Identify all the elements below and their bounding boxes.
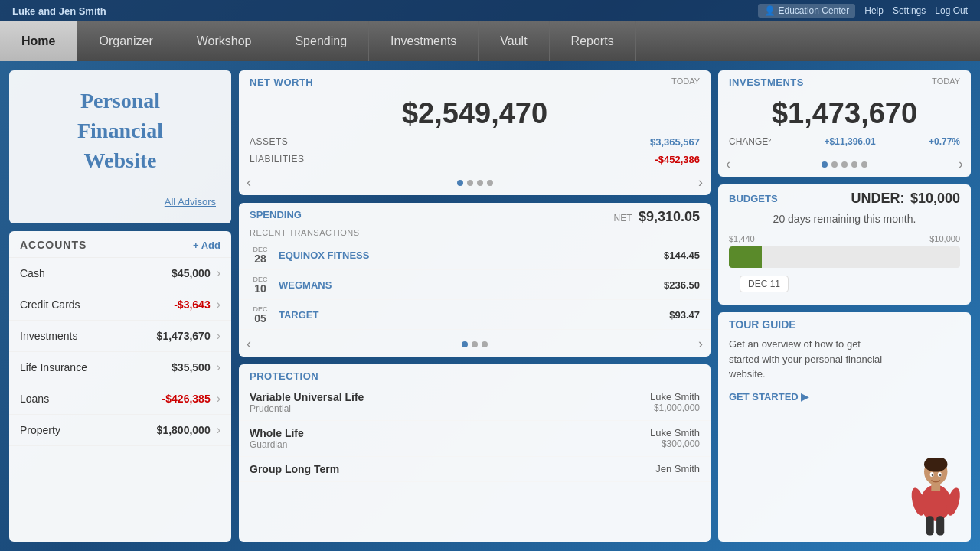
budget-date-badge: DEC 11 [740, 276, 789, 292]
education-center-button[interactable]: 👤 Education Center [758, 4, 856, 18]
account-row-cash[interactable]: Cash $45,000 › [9, 258, 231, 289]
inv-dot[interactable] [861, 161, 867, 168]
nav-reports[interactable]: Reports [550, 21, 636, 61]
carousel-dot[interactable] [477, 180, 483, 186]
tour-guide-figure [894, 458, 971, 542]
carousel-dot[interactable] [467, 180, 473, 186]
carousel-dot[interactable] [487, 180, 493, 186]
logo-line2: Financial [77, 116, 163, 145]
budget-fill [729, 246, 762, 268]
investments-card: INVESTMENTS TODAY $1,473,670 CHANGE² +$1… [718, 70, 971, 177]
spending-carousel: ‹ › [239, 330, 710, 357]
carousel-dot[interactable] [457, 180, 463, 186]
carousel-next-button[interactable]: › [698, 174, 703, 191]
account-row-investments[interactable]: Investments $1,473,670 › [9, 321, 231, 352]
protection-row[interactable]: Group Long Term Jen Smith [239, 457, 710, 482]
budget-track [729, 246, 960, 268]
logo-line1: Personal [77, 86, 163, 116]
logo-card: Personal Financial Website All Advisors [9, 70, 231, 223]
account-row-loans[interactable]: Loans -$426,385 › [9, 383, 231, 415]
accounts-title: ACCOUNTS [20, 239, 87, 251]
spending-carousel-next[interactable]: › [698, 336, 703, 352]
spending-dots [462, 341, 488, 347]
middle-column: NET WORTH TODAY $2,549,470 ASSETS $3,365… [239, 70, 710, 542]
spending-carousel-prev[interactable]: ‹ [247, 336, 251, 352]
protection-card: PROTECTION Variable Universal Life Prude… [239, 364, 710, 542]
investments-carousel-next[interactable]: › [959, 156, 963, 172]
net-worth-header: NET WORTH TODAY [239, 70, 710, 91]
spending-title: SPENDING [250, 209, 302, 220]
tour-guide-card: TOUR GUIDE Get an overview of how to get… [718, 312, 971, 542]
top-bar-right: 👤 Education Center Help Settings Log Out [758, 4, 968, 18]
investments-carousel-prev[interactable]: ‹ [726, 156, 730, 172]
liabilities-row: LIABILITIES -$452,386 [239, 151, 710, 168]
logo-line3: Website [77, 145, 163, 175]
account-row-life-insurance[interactable]: Life Insurance $35,500 › [9, 352, 231, 383]
transaction-row[interactable]: DEC 05 TARGET $93.47 [239, 300, 710, 330]
investments-change-row: CHANGE² +$11,396.01 +0.77% [718, 133, 971, 150]
chevron-right-icon: › [217, 392, 220, 406]
user-name: Luke and Jen Smith [12, 5, 106, 17]
account-row-credit[interactable]: Credit Cards -$3,643 › [9, 289, 231, 321]
nav-spending[interactable]: Spending [273, 21, 369, 61]
logout-link[interactable]: Log Out [935, 5, 968, 16]
spending-dot[interactable] [472, 341, 478, 347]
chevron-right-icon: › [217, 329, 220, 343]
spending-card: SPENDING NET $9,310.05 RECENT TRANSACTIO… [239, 203, 710, 357]
chevron-right-icon: › [217, 360, 220, 374]
budgets-header: BUDGETS UNDER: $10,000 [718, 184, 971, 210]
right-column: INVESTMENTS TODAY $1,473,670 CHANGE² +$1… [718, 70, 971, 542]
get-started-button[interactable]: GET STARTED ▶ [718, 388, 971, 406]
net-worth-carousel: ‹ › [239, 168, 710, 195]
left-column: Personal Financial Website All Advisors … [9, 70, 231, 542]
education-icon: 👤 [764, 5, 776, 16]
svg-rect-6 [926, 516, 934, 535]
nav-organizer[interactable]: Organizer [77, 21, 175, 61]
all-advisors-link[interactable]: All Advisors [165, 173, 216, 207]
settings-link[interactable]: Settings [893, 5, 926, 16]
accounts-header: ACCOUNTS + Add [9, 231, 231, 258]
net-worth-card: NET WORTH TODAY $2,549,470 ASSETS $3,365… [239, 70, 710, 195]
inv-dot[interactable] [851, 161, 858, 168]
account-row-property[interactable]: Property $1,800,000 › [9, 415, 231, 446]
nav-workshop[interactable]: Workshop [175, 21, 274, 61]
budget-bar: $1,440 $10,000 [718, 231, 971, 274]
main-nav: Home Organizer Workshop Spending Investm… [0, 21, 980, 61]
recent-transactions-label: RECENT TRANSACTIONS [239, 227, 710, 240]
spending-dot[interactable] [482, 341, 488, 347]
accounts-list: Cash $45,000 › Credit Cards -$3,643 › In… [9, 258, 231, 446]
inv-dot[interactable] [831, 161, 838, 168]
protection-row[interactable]: Whole Life Guardian Luke Smith $300,000 [239, 421, 710, 457]
investments-title: INVESTMENTS [729, 77, 804, 88]
assets-row: ASSETS $3,365,567 [239, 133, 710, 151]
svg-rect-3 [931, 482, 940, 491]
budgets-title: BUDGETS [729, 193, 778, 204]
add-account-button[interactable]: + Add [193, 240, 220, 251]
person-icon [894, 458, 971, 542]
chevron-right-icon: › [217, 266, 220, 280]
investments-period: TODAY [932, 77, 960, 86]
carousel-prev-button[interactable]: ‹ [247, 174, 251, 191]
chevron-right-icon: › [217, 298, 220, 311]
transaction-row[interactable]: DEC 28 EQUINOX FITNESS $144.45 [239, 240, 710, 270]
protection-header: PROTECTION [239, 364, 710, 385]
inv-dot[interactable] [841, 161, 848, 168]
inv-dot[interactable] [822, 161, 828, 168]
budgets-card: BUDGETS UNDER: $10,000 20 days remaining… [718, 184, 971, 305]
net-worth-period: TODAY [671, 77, 700, 86]
days-remaining: 20 days remaining this month. [718, 210, 971, 231]
transaction-row[interactable]: DEC 10 WEGMANS $236.50 [239, 270, 710, 300]
help-link[interactable]: Help [864, 5, 884, 16]
svg-point-10 [932, 474, 934, 476]
nav-home[interactable]: Home [0, 21, 77, 61]
net-worth-title: NET WORTH [250, 77, 313, 88]
investments-dots [822, 161, 867, 168]
spending-header: SPENDING NET $9,310.05 [239, 203, 710, 227]
net-worth-amount: $2,549,470 [239, 91, 710, 133]
nav-vault[interactable]: Vault [479, 21, 549, 61]
nav-investments[interactable]: Investments [369, 21, 479, 61]
carousel-dots [457, 180, 493, 186]
top-bar: Luke and Jen Smith 👤 Education Center He… [0, 0, 980, 21]
spending-dot[interactable] [462, 341, 468, 347]
protection-row[interactable]: Variable Universal Life Prudential Luke … [239, 385, 710, 421]
